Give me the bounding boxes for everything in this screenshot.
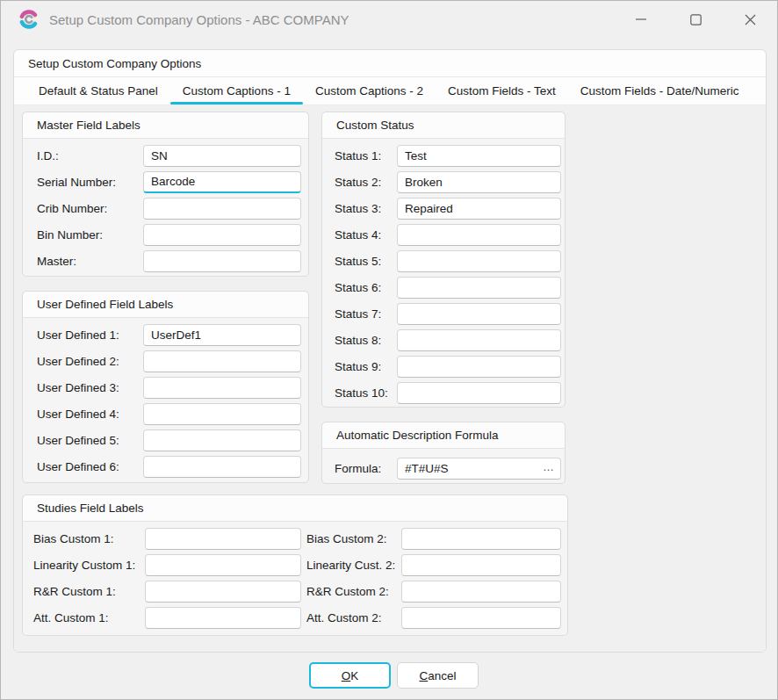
status-9-input[interactable]: [397, 356, 561, 378]
bias-custom-2-input[interactable]: [401, 528, 561, 550]
status-7-input[interactable]: [397, 303, 561, 325]
cancel-button[interactable]: Cancel: [397, 662, 479, 689]
tab-custom-captions-2[interactable]: Custom Captions - 2: [303, 77, 436, 105]
window-controls: [614, 1, 777, 38]
status-1-input[interactable]: [397, 145, 561, 167]
tab-default-status-panel[interactable]: Default & Status Panel: [26, 77, 170, 105]
status-8-input[interactable]: [397, 329, 561, 351]
field-label: Bias Custom 1:: [33, 532, 145, 545]
field-label: User Defined 2:: [37, 355, 143, 368]
user-defined-5-input[interactable]: [143, 429, 301, 451]
group-automatic-description-formula: Automatic Description Formula Formula: …: [321, 422, 565, 484]
id-input[interactable]: [143, 145, 301, 167]
field-label: Status 10:: [335, 386, 397, 400]
field-row: User Defined 3:: [23, 374, 308, 401]
field-row: Status 2:: [322, 169, 565, 195]
user-defined-6-input[interactable]: [143, 456, 301, 478]
field-row: Status 9:: [322, 353, 565, 379]
tab-label: Default & Status Panel: [39, 84, 158, 97]
linearity-custom-2-input[interactable]: [401, 554, 561, 576]
rr-custom-2-input[interactable]: [401, 581, 561, 603]
field-row: User Defined 2:: [23, 348, 308, 374]
user-defined-4-input[interactable]: [143, 403, 301, 425]
field-row: User Defined 5:: [23, 427, 308, 453]
field-row: Status 1:: [322, 142, 565, 169]
status-10-input[interactable]: [397, 382, 561, 404]
field-label: Bias Custom 2:: [306, 532, 401, 545]
field-label: Serial Number:: [37, 176, 143, 189]
user-defined-3-input[interactable]: [143, 377, 301, 399]
field-row: Serial Number:: [23, 169, 308, 195]
group-master-field-labels: Master Field Labels I.D.: Serial Number:…: [22, 112, 309, 277]
field-label: User Defined 3:: [37, 381, 143, 394]
field-row: Status 8:: [322, 327, 565, 353]
linearity-custom-1-input[interactable]: [145, 554, 301, 576]
field-row: Status 3:: [322, 195, 565, 221]
field-row: Status 6:: [322, 274, 565, 300]
ok-button[interactable]: OK: [309, 662, 391, 689]
field-label: I.D.:: [37, 149, 143, 162]
formula-browse-button[interactable]: …: [543, 460, 555, 473]
field-row: Status 7:: [322, 300, 565, 327]
field-label: Linearity Custom 1:: [33, 559, 145, 572]
status-5-input[interactable]: [397, 250, 561, 272]
status-6-input[interactable]: [397, 277, 561, 299]
formula-input[interactable]: [397, 458, 561, 480]
bias-custom-1-input[interactable]: [145, 528, 301, 550]
field-row: Master:: [23, 248, 308, 274]
rr-custom-1-input[interactable]: [145, 581, 301, 603]
field-row: I.D.:: [23, 142, 308, 169]
field-label: User Defined 5:: [37, 434, 143, 447]
field-row: R&R Custom 1: R&R Custom 2:: [23, 578, 567, 604]
tab-custom-fields-text[interactable]: Custom Fields - Text: [436, 77, 568, 105]
maximize-button[interactable]: [668, 1, 723, 38]
field-row: Bias Custom 1: Bias Custom 2:: [23, 525, 567, 552]
field-row: Bin Number:: [23, 221, 308, 248]
status-4-input[interactable]: [397, 224, 561, 246]
tab-custom-fields-date-numeric[interactable]: Custom Fields - Date/Numeric: [568, 77, 752, 105]
group-title: Automatic Description Formula: [336, 429, 499, 442]
maximize-icon: [690, 14, 702, 25]
minimize-button[interactable]: [614, 1, 668, 38]
field-row: User Defined 1:: [23, 321, 308, 348]
field-label: User Defined 4:: [37, 408, 143, 421]
tab-custom-captions-1[interactable]: Custom Captions - 1: [170, 77, 303, 105]
field-row: Status 4:: [322, 221, 565, 248]
app-logo-icon: [19, 10, 39, 29]
panel-title: Setup Custom Company Options: [28, 57, 201, 70]
minimize-icon: [636, 14, 646, 25]
group-title: Studies Field Labels: [37, 502, 144, 515]
field-label: Status 5:: [335, 255, 397, 268]
tab-label: Custom Fields - Text: [448, 84, 556, 97]
user-defined-2-input[interactable]: [143, 350, 301, 372]
tab-label: Custom Fields - Date/Numeric: [580, 84, 739, 97]
bin-number-input[interactable]: [143, 224, 301, 246]
field-row: Status 10:: [322, 379, 565, 406]
close-button[interactable]: [723, 1, 777, 38]
field-label: Status 8:: [335, 334, 397, 347]
field-label: Att. Custom 2:: [306, 611, 401, 624]
titlebar[interactable]: Setup Custom Company Options - ABC COMPA…: [1, 1, 777, 38]
field-row: Status 5:: [322, 248, 565, 274]
status-2-input[interactable]: [397, 171, 561, 193]
att-custom-1-input[interactable]: [145, 607, 301, 629]
setup-options-panel: Setup Custom Company Options Default & S…: [13, 49, 767, 653]
att-custom-2-input[interactable]: [401, 607, 561, 629]
field-label: Att. Custom 1:: [33, 611, 145, 624]
group-title: Custom Status: [336, 119, 414, 132]
serial-number-input[interactable]: [143, 171, 301, 193]
field-row: Linearity Custom 1: Linearity Cust. 2:: [23, 552, 567, 578]
user-defined-1-input[interactable]: [143, 324, 301, 346]
field-label: Status 7:: [335, 307, 397, 321]
field-label: Status 2:: [335, 176, 397, 189]
field-label: Status 1:: [335, 149, 397, 162]
field-label: User Defined 6:: [37, 460, 143, 473]
tab-strip: Default & Status Panel Custom Captions -…: [14, 77, 766, 105]
field-row: Formula: …: [322, 455, 565, 481]
group-studies-field-labels: Studies Field Labels Bias Custom 1: Bias…: [22, 494, 568, 636]
status-3-input[interactable]: [397, 198, 561, 220]
tab-label: Custom Captions - 2: [315, 84, 423, 97]
crib-number-input[interactable]: [143, 198, 301, 220]
field-row: Crib Number:: [23, 195, 308, 221]
master-input[interactable]: [143, 250, 301, 272]
